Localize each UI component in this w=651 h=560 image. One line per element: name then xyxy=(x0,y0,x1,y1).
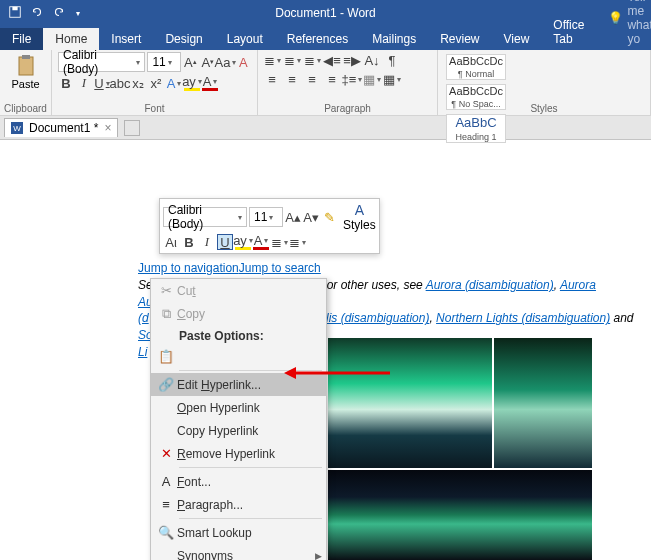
mini-font-color-icon[interactable]: A▾ xyxy=(253,234,269,250)
cm-open-hyperlink[interactable]: Open Hyperlink xyxy=(151,396,326,419)
sort-icon[interactable]: A↓ xyxy=(364,52,380,68)
cm-font[interactable]: AFont... xyxy=(151,470,326,493)
link-aurora-disambig[interactable]: Aurora (disambiguation) xyxy=(426,278,554,292)
cm-remove-hyperlink[interactable]: ✕Remove Hyperlink xyxy=(151,442,326,465)
link-northern[interactable]: Northern Lights (disambiguation) xyxy=(436,311,610,325)
cm-copy: ⧉Copy xyxy=(151,302,326,325)
new-tab-icon[interactable] xyxy=(124,120,140,136)
qat-dropdown-icon[interactable]: ▾ xyxy=(76,9,80,18)
borders-icon[interactable]: ▦▾ xyxy=(384,71,400,87)
font-color-icon[interactable]: A▾ xyxy=(202,75,218,91)
submenu-arrow-icon: ▶ xyxy=(315,551,322,561)
tab-review[interactable]: Review xyxy=(428,28,491,50)
tab-references[interactable]: References xyxy=(275,28,360,50)
shading-icon[interactable]: ▦▾ xyxy=(364,71,380,87)
remove-hyperlink-icon: ✕ xyxy=(155,446,177,461)
line-spacing-icon[interactable]: ‡≡▾ xyxy=(344,71,360,87)
increase-indent-icon[interactable]: ≡▶ xyxy=(344,52,360,68)
highlight-icon[interactable]: ay▾ xyxy=(184,75,200,91)
mini-numbering-icon[interactable]: ≣▾ xyxy=(289,234,305,250)
style-preview: AaBbC xyxy=(455,115,496,130)
aurora-image-2[interactable] xyxy=(494,338,592,468)
tab-insert[interactable]: Insert xyxy=(99,28,153,50)
tab-home[interactable]: Home xyxy=(43,28,99,50)
paragraph-icon: ≡ xyxy=(155,497,177,512)
subscript-icon[interactable]: x₂ xyxy=(130,75,146,91)
cm-label: Synonyms xyxy=(177,549,233,561)
ribbon: Paste Clipboard Calibri (Body)▾ 11▾ A▴ A… xyxy=(0,50,651,116)
show-marks-icon[interactable]: ¶ xyxy=(384,52,400,68)
superscript-icon[interactable]: x² xyxy=(148,75,164,91)
cm-paragraph[interactable]: ≡Paragraph... xyxy=(151,493,326,516)
text-effects-icon[interactable]: A▾ xyxy=(166,75,182,91)
save-icon[interactable] xyxy=(8,5,22,22)
align-center-icon[interactable]: ≡ xyxy=(284,71,300,87)
mini-unknown-icon[interactable]: Aι xyxy=(163,234,179,250)
undo-icon[interactable] xyxy=(30,5,44,22)
mini-bold-icon[interactable]: B xyxy=(181,234,197,250)
tell-me[interactable]: 💡Tell me what yo xyxy=(596,0,651,50)
grow-font-icon[interactable]: A▴ xyxy=(183,54,198,70)
change-case-icon[interactable]: Aa▾ xyxy=(218,54,234,70)
aurora-image-3[interactable] xyxy=(328,470,592,560)
mini-highlight-icon[interactable]: ay▾ xyxy=(235,234,251,250)
link-fragment[interactable]: Li xyxy=(138,345,147,359)
mini-shrink-font-icon[interactable]: A▾ xyxy=(303,209,319,225)
tab-officetab[interactable]: Office Tab xyxy=(541,14,596,50)
multilevel-icon[interactable]: ≣▾ xyxy=(304,52,320,68)
strikethrough-icon[interactable]: abc xyxy=(112,75,128,91)
mini-italic-icon[interactable]: I xyxy=(199,234,215,250)
mini-bullets-icon[interactable]: ≣▾ xyxy=(271,234,287,250)
tab-layout[interactable]: Layout xyxy=(215,28,275,50)
style-normal[interactable]: AaBbCcDc¶ Normal xyxy=(446,54,506,80)
cm-copy-hyperlink[interactable]: Copy Hyperlink xyxy=(151,419,326,442)
redo-icon[interactable] xyxy=(52,5,66,22)
mini-format-painter-icon[interactable]: ✎ xyxy=(321,209,337,225)
document-tab[interactable]: W Document1 * × xyxy=(4,118,118,137)
align-right-icon[interactable]: ≡ xyxy=(304,71,320,87)
tab-mailings[interactable]: Mailings xyxy=(360,28,428,50)
mini-underline-icon[interactable]: U xyxy=(217,234,233,250)
cm-label: Copy xyxy=(177,307,205,321)
cm-smart-lookup[interactable]: 🔍Smart Lookup xyxy=(151,521,326,544)
align-left-icon[interactable]: ≡ xyxy=(264,71,280,87)
bullets-icon[interactable]: ≣▾ xyxy=(264,52,280,68)
decrease-indent-icon[interactable]: ◀≡ xyxy=(324,52,340,68)
underline-icon[interactable]: U▾ xyxy=(94,75,110,91)
style-name: Heading 1 xyxy=(455,132,496,142)
mini-font-size[interactable]: 11▾ xyxy=(249,207,283,227)
word-doc-icon: W xyxy=(11,122,23,134)
mini-styles-button[interactable]: AStyles xyxy=(343,202,376,232)
tab-view[interactable]: View xyxy=(492,28,542,50)
paste-icon: 📋 xyxy=(155,349,177,364)
italic-icon[interactable]: I xyxy=(76,75,92,91)
bold-icon[interactable]: B xyxy=(58,75,74,91)
style-heading1[interactable]: AaBbCHeading 1 xyxy=(446,114,506,143)
font-icon: A xyxy=(155,474,177,489)
tab-design[interactable]: Design xyxy=(153,28,214,50)
shrink-font-icon[interactable]: A▾ xyxy=(200,54,215,70)
cm-label: Copy Hyperlink xyxy=(177,424,258,438)
cm-synonyms[interactable]: Synonyms▶ xyxy=(151,544,326,560)
aurora-image-1[interactable] xyxy=(328,338,492,468)
tab-file[interactable]: File xyxy=(0,28,43,50)
group-styles: AaBbCcDc¶ Normal AaBbCcDc¶ No Spac... Aa… xyxy=(438,50,651,115)
close-tab-icon[interactable]: × xyxy=(104,121,111,135)
search-link[interactable]: Jump to search xyxy=(239,261,321,275)
clear-format-icon[interactable]: A xyxy=(236,54,251,70)
cm-paste-option[interactable]: 📋 xyxy=(151,345,326,368)
menu-bar: File Home Insert Design Layout Reference… xyxy=(0,26,651,50)
link-fragment[interactable]: (d xyxy=(138,311,149,325)
edit-hyperlink-icon: 🔗 xyxy=(155,377,177,392)
font-name-select[interactable]: Calibri (Body)▾ xyxy=(58,52,145,72)
nav-link[interactable]: Jump to navigation xyxy=(138,261,239,275)
cm-edit-hyperlink[interactable]: 🔗Edit Hyperlink... xyxy=(151,373,326,396)
separator xyxy=(179,370,322,371)
paste-button[interactable]: Paste xyxy=(6,54,45,90)
font-size-select[interactable]: 11▾ xyxy=(147,52,180,72)
mini-grow-font-icon[interactable]: A▴ xyxy=(285,209,301,225)
numbering-icon[interactable]: ≣▾ xyxy=(284,52,300,68)
mini-toolbar: Calibri (Body)▾ 11▾ A▴ A▾ ✎ AStyles Aι B… xyxy=(159,198,380,254)
justify-icon[interactable]: ≡ xyxy=(324,71,340,87)
mini-font-name[interactable]: Calibri (Body)▾ xyxy=(163,207,247,227)
